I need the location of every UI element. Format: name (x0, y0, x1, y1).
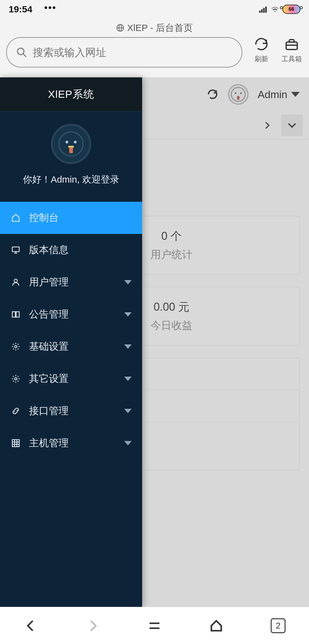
monitor-icon (11, 245, 21, 255)
home-icon (209, 618, 224, 633)
nav-home-button[interactable] (207, 616, 226, 635)
browser-page-title-row: XlEP - 后台首页 (0, 19, 309, 37)
sidebar-item-label: 版本信息 (29, 243, 132, 257)
link-icon (11, 406, 21, 416)
svg-rect-3 (265, 6, 267, 13)
svg-rect-1 (261, 9, 262, 13)
battery-icon: 66 (282, 5, 300, 14)
caret-down-icon (124, 312, 132, 317)
sidebar-menu: 控制台版本信息用户管理公告管理基础设置其它设置接口管理主机管理 (0, 202, 142, 459)
caret-down-icon (124, 441, 132, 445)
refresh-icon (254, 37, 269, 52)
caret-down-icon (124, 344, 132, 349)
svg-point-23 (14, 279, 17, 282)
tab-count-icon: 2 (271, 618, 286, 633)
caret-down-icon (124, 377, 132, 381)
sidebar-item-6[interactable]: 接口管理 (0, 395, 142, 427)
sidebar-item-label: 用户管理 (29, 275, 116, 289)
avatar-face-icon (57, 130, 85, 158)
caret-down-icon (124, 280, 132, 284)
home-icon (11, 213, 21, 223)
sidebar-item-label: 主机管理 (29, 436, 116, 450)
nav-tabs-button[interactable]: 2 (269, 616, 287, 635)
chevron-left-icon (23, 618, 38, 633)
svg-point-24 (15, 345, 17, 348)
status-more-icon: ••• (44, 2, 57, 13)
web-content: Admin dmin 23664179 0 个 用户统计 0.00 元 今日收益 (0, 77, 309, 607)
sidebar-profile: 你好！Admin, 欢迎登录 (0, 111, 142, 202)
sidebar-item-4[interactable]: 基础设置 (0, 331, 142, 363)
sidebar-item-1[interactable]: 版本信息 (0, 234, 142, 266)
url-bar[interactable] (6, 37, 242, 67)
gear-icon (11, 374, 21, 384)
globe-icon (116, 24, 124, 32)
toolbox-icon (284, 37, 299, 52)
caret-down-icon (124, 409, 132, 413)
search-icon (16, 47, 27, 58)
browser-page-title: XlEP - 后台首页 (127, 22, 193, 34)
svg-rect-19 (68, 146, 74, 148)
sidebar-item-label: 其它设置 (29, 372, 116, 386)
browser-toolbar: 刷新 工具箱 (0, 37, 309, 77)
svg-rect-18 (69, 147, 73, 153)
sidebar-item-2[interactable]: 用户管理 (0, 266, 142, 298)
sidebar-item-label: 接口管理 (29, 404, 116, 418)
svg-point-7 (18, 48, 24, 55)
sidebar-item-7[interactable]: 主机管理 (0, 427, 142, 459)
sidebar-greeting: 你好！Admin, 欢迎登录 (6, 173, 136, 186)
sidebar-item-label: 基础设置 (29, 340, 116, 353)
toolbox-label: 工具箱 (281, 54, 302, 64)
sidebar-item-label: 控制台 (29, 211, 132, 225)
svg-rect-2 (263, 8, 265, 13)
svg-rect-0 (259, 11, 260, 13)
nav-menu-button[interactable] (145, 616, 164, 635)
svg-point-17 (74, 141, 77, 144)
menu-icon (147, 618, 162, 633)
book-icon (11, 309, 21, 320)
nav-back-button[interactable] (22, 616, 40, 635)
browser-refresh-button[interactable]: 刷新 (250, 37, 273, 64)
gear-icon (11, 341, 21, 352)
browser-bottom-nav: 2 (0, 607, 309, 644)
url-input[interactable] (33, 46, 232, 58)
chevron-right-icon (85, 618, 100, 633)
user-icon (11, 277, 21, 287)
nav-forward-button[interactable] (83, 616, 102, 635)
status-time: 19:54 (9, 4, 32, 15)
wifi-icon (271, 6, 279, 13)
sidebar-item-5[interactable]: 其它设置 (0, 363, 142, 395)
refresh-label: 刷新 (255, 54, 268, 64)
svg-line-8 (23, 54, 27, 57)
svg-rect-26 (12, 440, 19, 447)
battery-level: 66 (289, 6, 294, 12)
sidebar-item-0[interactable]: 控制台 (0, 202, 142, 234)
svg-point-25 (15, 378, 17, 380)
sidebar-item-label: 公告管理 (29, 308, 116, 321)
sidebar-avatar[interactable] (51, 124, 91, 164)
status-bar: 19:54 ••• 66 (0, 0, 309, 19)
sidebar-item-3[interactable]: 公告管理 (0, 298, 142, 331)
sidebar-brand: XlEP系统 (0, 77, 142, 111)
svg-point-16 (66, 141, 68, 144)
svg-rect-20 (12, 247, 19, 252)
grid-icon (11, 438, 21, 448)
sidebar: XlEP系统 你好！Admin, 欢迎登录 控制台版本信息用户管理公告管理基础设… (0, 77, 142, 607)
browser-toolbox-button[interactable]: 工具箱 (281, 37, 303, 64)
tab-count: 2 (276, 621, 281, 631)
signal-icon (259, 6, 268, 13)
